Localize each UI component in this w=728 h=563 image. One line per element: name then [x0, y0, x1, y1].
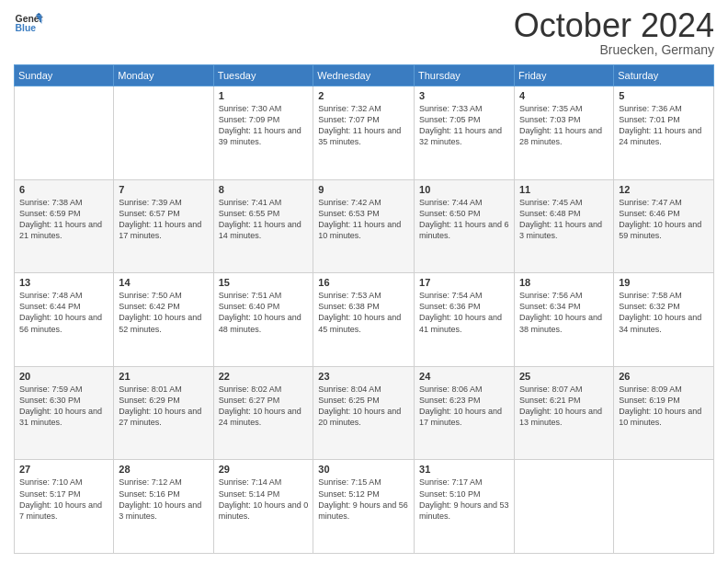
day-info: Sunrise: 7:45 AMSunset: 6:48 PMDaylight:…	[519, 197, 609, 242]
weekday-header-tuesday: Tuesday	[213, 65, 313, 86]
calendar-cell: 26Sunrise: 8:09 AMSunset: 6:19 PMDayligh…	[614, 366, 714, 460]
day-info: Sunrise: 7:56 AMSunset: 6:34 PMDaylight:…	[519, 290, 609, 335]
day-number: 12	[619, 184, 709, 195]
svg-text:Blue: Blue	[16, 23, 37, 33]
calendar-cell: 17Sunrise: 7:54 AMSunset: 6:36 PMDayligh…	[415, 273, 515, 367]
day-info: Sunrise: 7:44 AMSunset: 6:50 PMDaylight:…	[419, 197, 509, 242]
day-info: Sunrise: 8:04 AMSunset: 6:25 PMDaylight:…	[318, 384, 409, 429]
day-number: 26	[619, 371, 709, 382]
calendar-cell: 2Sunrise: 7:32 AMSunset: 7:07 PMDaylight…	[313, 86, 415, 180]
calendar-cell: 25Sunrise: 8:07 AMSunset: 6:21 PMDayligh…	[514, 366, 613, 460]
day-number: 22	[219, 371, 309, 382]
day-number: 13	[19, 277, 108, 288]
calendar-table: SundayMondayTuesdayWednesdayThursdayFrid…	[14, 64, 714, 554]
day-info: Sunrise: 7:54 AMSunset: 6:36 PMDaylight:…	[419, 290, 509, 335]
calendar-cell: 29Sunrise: 7:14 AMSunset: 5:14 PMDayligh…	[213, 460, 313, 554]
calendar-cell: 21Sunrise: 8:01 AMSunset: 6:29 PMDayligh…	[114, 366, 213, 460]
day-info: Sunrise: 7:10 AMSunset: 5:17 PMDaylight:…	[19, 477, 108, 522]
logo-icon: General Blue	[14, 9, 43, 39]
day-info: Sunrise: 8:07 AMSunset: 6:21 PMDaylight:…	[519, 384, 609, 429]
day-number: 24	[419, 371, 509, 382]
calendar-cell: 11Sunrise: 7:45 AMSunset: 6:48 PMDayligh…	[514, 179, 613, 273]
calendar-cell: 7Sunrise: 7:39 AMSunset: 6:57 PMDaylight…	[114, 179, 213, 273]
weekday-header-row: SundayMondayTuesdayWednesdayThursdayFrid…	[15, 65, 714, 86]
calendar-cell: 4Sunrise: 7:35 AMSunset: 7:03 PMDaylight…	[514, 86, 613, 180]
calendar-cell: 15Sunrise: 7:51 AMSunset: 6:40 PMDayligh…	[213, 273, 313, 367]
day-info: Sunrise: 7:30 AMSunset: 7:09 PMDaylight:…	[219, 103, 309, 148]
weekday-header-thursday: Thursday	[415, 65, 515, 86]
calendar-cell: 3Sunrise: 7:33 AMSunset: 7:05 PMDaylight…	[415, 86, 515, 180]
day-info: Sunrise: 8:09 AMSunset: 6:19 PMDaylight:…	[619, 384, 709, 429]
day-number: 5	[619, 90, 709, 101]
day-info: Sunrise: 8:01 AMSunset: 6:29 PMDaylight:…	[119, 384, 208, 429]
day-info: Sunrise: 7:12 AMSunset: 5:16 PMDaylight:…	[119, 477, 208, 522]
title-block: October 2024 Bruecken, Germany	[514, 9, 714, 57]
calendar-body: 1Sunrise: 7:30 AMSunset: 7:09 PMDaylight…	[15, 86, 714, 554]
day-number: 28	[119, 464, 208, 475]
day-number: 8	[219, 184, 309, 195]
calendar-cell: 24Sunrise: 8:06 AMSunset: 6:23 PMDayligh…	[415, 366, 515, 460]
day-info: Sunrise: 7:14 AMSunset: 5:14 PMDaylight:…	[219, 477, 309, 522]
calendar-week-1: 1Sunrise: 7:30 AMSunset: 7:09 PMDaylight…	[15, 86, 714, 180]
calendar-cell: 20Sunrise: 7:59 AMSunset: 6:30 PMDayligh…	[15, 366, 114, 460]
day-number: 19	[619, 277, 709, 288]
day-info: Sunrise: 7:58 AMSunset: 6:32 PMDaylight:…	[619, 290, 709, 335]
weekday-header-friday: Friday	[514, 65, 613, 86]
calendar-week-2: 6Sunrise: 7:38 AMSunset: 6:59 PMDaylight…	[15, 179, 714, 273]
day-number: 7	[119, 184, 208, 195]
calendar-week-5: 27Sunrise: 7:10 AMSunset: 5:17 PMDayligh…	[15, 460, 714, 554]
day-number: 6	[19, 184, 108, 195]
calendar-cell: 9Sunrise: 7:42 AMSunset: 6:53 PMDaylight…	[313, 179, 415, 273]
month-title: October 2024	[514, 9, 714, 42]
day-info: Sunrise: 8:02 AMSunset: 6:27 PMDaylight:…	[219, 384, 309, 429]
calendar-week-3: 13Sunrise: 7:48 AMSunset: 6:44 PMDayligh…	[15, 273, 714, 367]
day-number: 16	[318, 277, 409, 288]
calendar-cell: 22Sunrise: 8:02 AMSunset: 6:27 PMDayligh…	[213, 366, 313, 460]
day-number: 15	[219, 277, 309, 288]
day-info: Sunrise: 7:32 AMSunset: 7:07 PMDaylight:…	[318, 103, 409, 148]
day-info: Sunrise: 7:38 AMSunset: 6:59 PMDaylight:…	[19, 197, 108, 242]
day-number: 17	[419, 277, 509, 288]
day-number: 9	[318, 184, 409, 195]
page: General Blue October 2024 Bruecken, Germ…	[0, 0, 728, 563]
calendar-cell: 18Sunrise: 7:56 AMSunset: 6:34 PMDayligh…	[514, 273, 613, 367]
calendar-cell	[15, 86, 114, 180]
day-number: 31	[419, 464, 509, 475]
calendar-cell: 8Sunrise: 7:41 AMSunset: 6:55 PMDaylight…	[213, 179, 313, 273]
day-number: 25	[519, 371, 609, 382]
calendar-cell: 23Sunrise: 8:04 AMSunset: 6:25 PMDayligh…	[313, 366, 415, 460]
day-info: Sunrise: 7:47 AMSunset: 6:46 PMDaylight:…	[619, 197, 709, 242]
day-info: Sunrise: 7:53 AMSunset: 6:38 PMDaylight:…	[318, 290, 409, 335]
day-number: 18	[519, 277, 609, 288]
day-number: 1	[219, 90, 309, 101]
day-info: Sunrise: 7:36 AMSunset: 7:01 PMDaylight:…	[619, 103, 709, 148]
day-info: Sunrise: 7:35 AMSunset: 7:03 PMDaylight:…	[519, 103, 609, 148]
day-number: 2	[318, 90, 409, 101]
calendar-week-4: 20Sunrise: 7:59 AMSunset: 6:30 PMDayligh…	[15, 366, 714, 460]
calendar-cell	[114, 86, 213, 180]
day-number: 21	[119, 371, 208, 382]
day-info: Sunrise: 7:41 AMSunset: 6:55 PMDaylight:…	[219, 197, 309, 242]
calendar-cell	[614, 460, 714, 554]
calendar-cell: 5Sunrise: 7:36 AMSunset: 7:01 PMDaylight…	[614, 86, 714, 180]
day-info: Sunrise: 7:42 AMSunset: 6:53 PMDaylight:…	[318, 197, 409, 242]
calendar-cell: 6Sunrise: 7:38 AMSunset: 6:59 PMDaylight…	[15, 179, 114, 273]
day-number: 3	[419, 90, 509, 101]
calendar-cell: 1Sunrise: 7:30 AMSunset: 7:09 PMDaylight…	[213, 86, 313, 180]
calendar-cell: 19Sunrise: 7:58 AMSunset: 6:32 PMDayligh…	[614, 273, 714, 367]
header: General Blue October 2024 Bruecken, Germ…	[14, 9, 714, 57]
location: Bruecken, Germany	[514, 42, 714, 57]
day-info: Sunrise: 7:39 AMSunset: 6:57 PMDaylight:…	[119, 197, 208, 242]
calendar-cell: 31Sunrise: 7:17 AMSunset: 5:10 PMDayligh…	[415, 460, 515, 554]
day-info: Sunrise: 7:48 AMSunset: 6:44 PMDaylight:…	[19, 290, 108, 335]
day-number: 4	[519, 90, 609, 101]
day-number: 23	[318, 371, 409, 382]
calendar-cell: 30Sunrise: 7:15 AMSunset: 5:12 PMDayligh…	[313, 460, 415, 554]
day-number: 11	[519, 184, 609, 195]
calendar-cell: 13Sunrise: 7:48 AMSunset: 6:44 PMDayligh…	[15, 273, 114, 367]
day-info: Sunrise: 7:15 AMSunset: 5:12 PMDaylight:…	[318, 477, 409, 522]
calendar-cell: 10Sunrise: 7:44 AMSunset: 6:50 PMDayligh…	[415, 179, 515, 273]
day-info: Sunrise: 7:59 AMSunset: 6:30 PMDaylight:…	[19, 384, 108, 429]
weekday-header-monday: Monday	[114, 65, 213, 86]
day-number: 29	[219, 464, 309, 475]
